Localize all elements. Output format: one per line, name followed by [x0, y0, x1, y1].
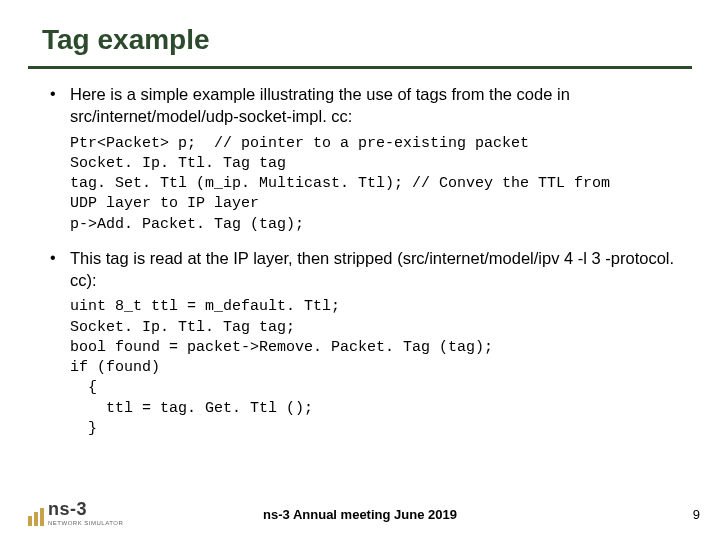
title-divider [28, 66, 692, 69]
slide-content: Here is a simple example illustrating th… [28, 83, 692, 439]
bullet-item: Here is a simple example illustrating th… [50, 83, 692, 128]
bullet-item: This tag is read at the IP layer, then s… [50, 247, 692, 292]
bullet-text: Here is a simple example illustrating th… [70, 85, 570, 125]
bullet-text: This tag is read at the IP layer, then s… [70, 249, 674, 289]
code-block-2: uint 8_t ttl = m_default. Ttl; Socket. I… [70, 297, 692, 439]
slide-title: Tag example [28, 24, 692, 56]
footer-center-text: ns-3 Annual meeting June 2019 [0, 507, 720, 522]
slide: Tag example Here is a simple example ill… [0, 0, 720, 540]
page-number: 9 [693, 507, 700, 522]
bullet-list: Here is a simple example illustrating th… [28, 83, 692, 128]
footer: ns-3 NETWORK SIMULATOR ns-3 Annual meeti… [0, 498, 720, 526]
bullet-list: This tag is read at the IP layer, then s… [28, 247, 692, 292]
code-block-1: Ptr<Packet> p; // pointer to a pre-exist… [70, 134, 692, 235]
